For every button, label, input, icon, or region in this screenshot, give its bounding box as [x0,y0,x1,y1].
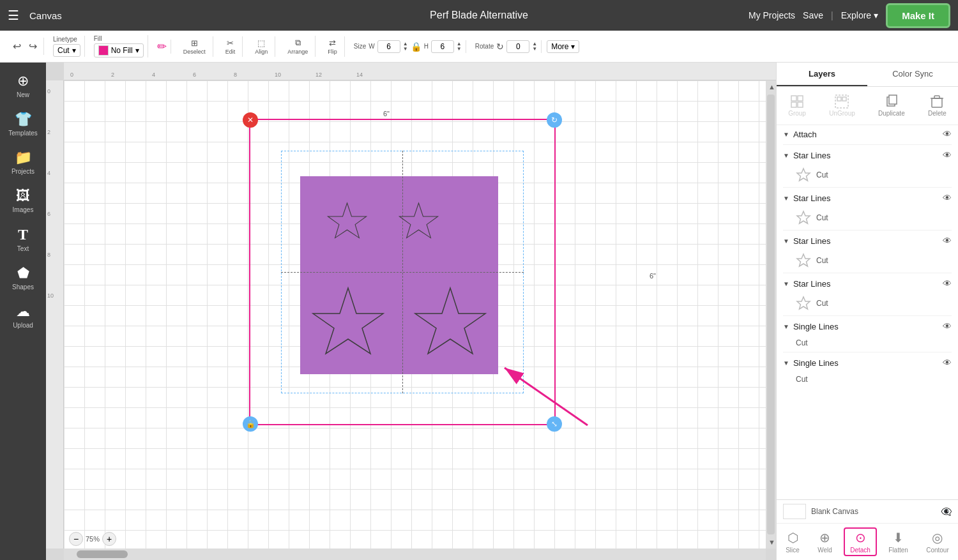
sidebar-templates-label: Templates [8,130,38,137]
star2-visibility-icon[interactable]: 👁 [943,193,952,203]
scroll-thumb-v[interactable] [767,95,775,534]
scroll-down-button[interactable]: ▼ [766,536,776,549]
svg-text:8: 8 [234,72,237,78]
ungroup-button[interactable]: UnGroup [824,92,860,119]
star3-group-header[interactable]: ▼ Star Lines 👁 [777,232,958,250]
canvas-label: Canvas [29,10,62,21]
sidebar-item-new[interactable]: ⊕ New [0,68,46,103]
star4-visibility-icon[interactable]: 👁 [943,278,952,289]
layer-group-single2: ▼ Single Lines 👁 Cut [777,354,958,387]
single2-group-label: Single Lines [793,358,939,368]
sidebar-item-projects[interactable]: 📁 Projects [0,144,46,180]
layer-group-star4: ▼ Star Lines 👁 Cut [777,275,958,314]
align-group: ⬚ Align [248,36,275,57]
h-down-button[interactable]: ▼ [457,47,462,52]
explore-button[interactable]: Explore ▾ [841,10,878,20]
sidebar-item-templates[interactable]: 👕 Templates [0,106,46,142]
edit-label: Edit [225,49,236,55]
sidebar-item-images[interactable]: 🖼 Images [0,183,46,218]
star3-visibility-icon[interactable]: 👁 [943,236,952,246]
svg-rect-29 [932,98,942,107]
weld-button[interactable]: ⊕ Weld [811,527,839,556]
deselect-group: ⊞ Deselect [176,36,213,57]
size-w-group: W ▲ ▼ [369,40,407,53]
slice-button[interactable]: ⬡ Slice [779,527,806,556]
scale-handle[interactable]: ⤡ [547,416,562,432]
attach-group-header[interactable]: ▼ Attach 👁 [777,125,958,143]
pen-icon[interactable]: ✏ [157,40,167,54]
scroll-up-button[interactable]: ▲ [766,80,776,93]
sidebar-item-upload[interactable]: ☁ Upload [0,298,46,334]
star2-group-header[interactable]: ▼ Star Lines 👁 [777,189,958,207]
svg-marker-33 [797,211,810,223]
tab-layers[interactable]: Layers [777,63,867,86]
linetype-value: Cut [57,46,70,55]
attach-group-label: Attach [793,130,939,139]
deselect-button[interactable]: ⊞ Deselect [180,36,209,57]
selection-outer[interactable]: ✕ ↻ 🔒 ⤡ [249,119,556,425]
flatten-button[interactable]: ⬇ Flatten [882,527,915,556]
detach-button[interactable]: ⊙ Detach [844,527,877,556]
width-input[interactable] [377,40,400,53]
redo-button[interactable]: ↪ [26,38,40,55]
hamburger-icon[interactable]: ☰ [8,8,19,23]
single1-group-header[interactable]: ▼ Single Lines 👁 [777,317,958,335]
single2-group-header[interactable]: ▼ Single Lines 👁 [777,354,958,372]
lock-icon[interactable]: 🔒 [411,42,422,52]
height-input[interactable] [431,40,454,53]
scrollbar-h[interactable] [64,549,766,560]
sidebar-upload-label: Upload [13,322,33,329]
single1-visibility-icon[interactable]: 👁 [943,321,952,331]
flip-button[interactable]: ⇄ Flip [324,36,340,57]
w-down-button[interactable]: ▼ [403,47,408,52]
contour-button[interactable]: ◎ Contour [920,527,955,556]
edit-button[interactable]: ✂ Edit [222,36,239,57]
zoom-in-button[interactable]: + [102,532,116,546]
rotate-input[interactable] [506,40,529,53]
star2-item: Cut [777,207,958,229]
fill-label: Fill [94,35,144,42]
make-it-button[interactable]: Make It [886,3,950,28]
lock-handle[interactable]: 🔒 [243,416,258,432]
single2-visibility-icon[interactable]: 👁 [943,358,952,368]
zoom-out-button[interactable]: − [69,532,83,546]
sidebar-item-text[interactable]: T Text [0,221,46,257]
more-button[interactable]: More ▾ [547,40,579,53]
star1-visibility-icon[interactable]: 👁 [943,150,952,160]
star2-item-label: Cut [816,213,952,222]
rotate-down-button[interactable]: ▼ [532,47,537,52]
rotate-group: Rotate ↻ ▲ ▼ [471,40,542,53]
canvas-viewport[interactable]: 6" 6" ✕ ↻ 🔒 ⤡ [64,80,766,549]
contour-icon: ◎ [932,530,943,545]
my-projects-button[interactable]: My Projects [749,10,795,20]
svg-marker-34 [797,254,810,266]
duplicate-button[interactable]: Duplicate [873,92,910,119]
attach-visibility-icon[interactable]: 👁 [943,129,952,139]
star4-group-header[interactable]: ▼ Star Lines 👁 [777,275,958,292]
save-button[interactable]: Save [803,10,823,20]
scrollbar-v[interactable]: ▲ ▼ [766,80,776,549]
fill-select[interactable]: No Fill ▾ [94,43,144,57]
weld-icon: ⊕ [819,530,830,545]
tab-color-sync[interactable]: Color Sync [867,63,958,86]
sidebar-item-shapes[interactable]: ⬟ Shapes [0,260,46,296]
align-button[interactable]: ⬚ Align [252,36,271,57]
star3-item-label: Cut [816,256,952,265]
canvas-visibility-icon[interactable]: 👁‍🗨 [941,506,952,517]
scroll-thumb-h[interactable] [77,550,128,558]
projects-icon: 📁 [15,149,32,166]
arrange-button[interactable]: ⧉ Arrange [284,36,311,57]
size-h-group: H ▲ ▼ [424,40,462,53]
single1-item: Cut [777,335,958,351]
layers-scroll[interactable]: ▼ Attach 👁 ▼ Star Lines 👁 Cut [777,125,958,499]
rotate-handle[interactable]: ↻ [547,112,562,128]
undo-button[interactable]: ↩ [10,38,24,55]
delete-panel-button[interactable]: Delete [923,92,952,119]
star4-arrow-icon: ▼ [783,280,789,287]
star1-group-header[interactable]: ▼ Star Lines 👁 [777,146,958,164]
delete-handle[interactable]: ✕ [243,112,258,128]
panel-actions: Group UnGroup [777,87,958,125]
group-button[interactable]: Group [783,92,811,119]
h-label: H [424,43,429,50]
linetype-select[interactable]: Cut ▾ [53,44,80,57]
